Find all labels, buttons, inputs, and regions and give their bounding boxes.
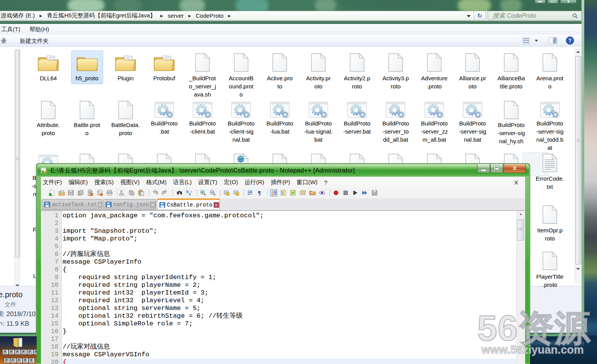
svg-text:¶: ¶ [258, 190, 261, 196]
svg-text:?: ? [568, 37, 572, 44]
